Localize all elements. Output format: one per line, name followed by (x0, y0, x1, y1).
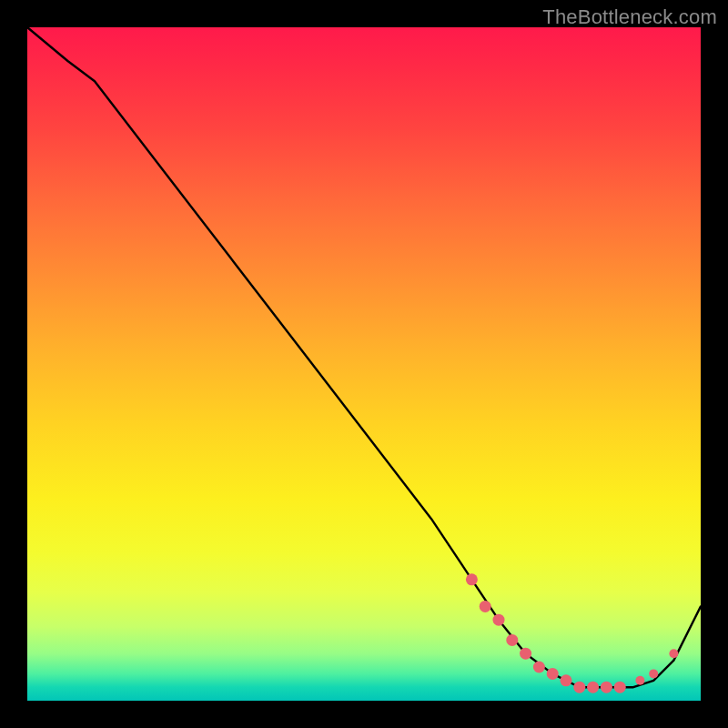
bottleneck-curve (27, 27, 701, 687)
marker-cluster (466, 573, 679, 693)
marker-dot (533, 662, 545, 673)
watermark-text: TheBottleneck.com (542, 5, 717, 29)
marker-dot (601, 682, 612, 693)
chart-frame: TheBottleneck.com (0, 0, 728, 728)
marker-dot (547, 668, 559, 680)
marker-dot (520, 648, 531, 660)
marker-dot (493, 614, 505, 626)
plot-area (27, 27, 701, 701)
marker-dot (669, 649, 678, 658)
marker-dot (561, 674, 572, 686)
marker-dot (614, 682, 626, 693)
marker-dot (480, 601, 491, 612)
marker-dot (587, 682, 599, 693)
marker-dot (635, 676, 644, 685)
curve-layer (27, 27, 701, 701)
marker-dot (466, 573, 478, 585)
marker-dot (649, 669, 658, 678)
marker-dot (506, 634, 518, 646)
marker-dot (573, 682, 585, 693)
